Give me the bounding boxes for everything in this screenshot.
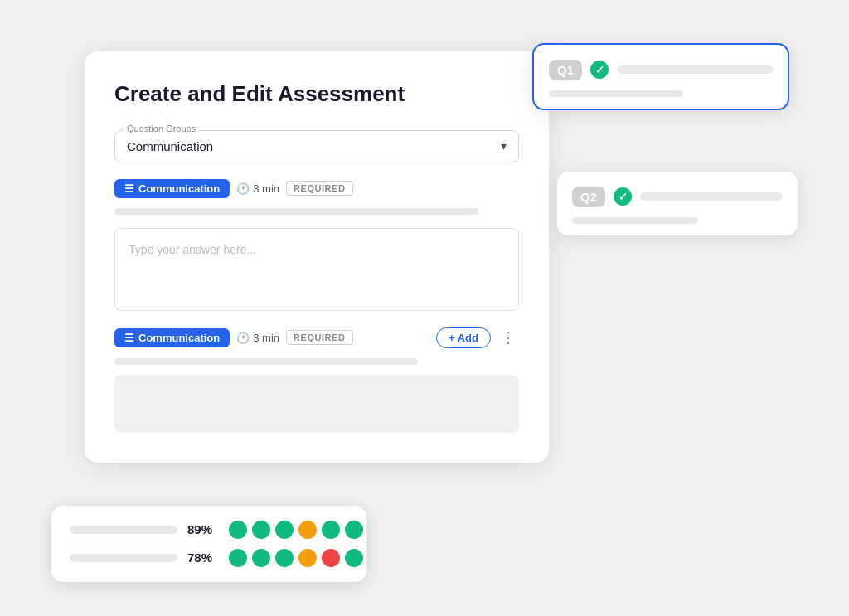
- question2-time-tag: 🕐 3 min: [236, 332, 279, 344]
- dot-2-1: [229, 549, 247, 567]
- q2-card: Q2 ✓: [557, 172, 798, 235]
- question1-time-tag: 🕐 3 min: [236, 182, 279, 195]
- dot-1-1: [229, 521, 247, 539]
- question2-block: ☰ Communication 🕐 3 min REQUIRED + Add ⋮: [114, 327, 519, 433]
- q1-card-row: Q1 ✓: [549, 60, 773, 80]
- question2-content-area: [114, 375, 519, 433]
- q1-line-short: [549, 90, 683, 97]
- dropdown-label: Question Groups: [124, 124, 199, 133]
- stats-row-2: 78%: [70, 549, 348, 567]
- dot-2-2: [252, 549, 270, 567]
- q2-card-row: Q2 ✓: [572, 187, 783, 207]
- answer-input-box[interactable]: Type your answer here...: [114, 228, 519, 311]
- dot-1-5: [322, 521, 340, 539]
- answer-placeholder: Type your answer here...: [129, 243, 256, 256]
- question-groups-dropdown[interactable]: Question Groups Communication ▾: [114, 130, 519, 162]
- chevron-down-icon: ▾: [501, 139, 507, 153]
- question1-meta-row: ☰ Communication 🕐 3 min REQUIRED: [114, 179, 519, 198]
- q2-label: Q2: [572, 187, 605, 207]
- question1-tag-label: Communication: [138, 182, 220, 195]
- add-button[interactable]: + Add: [436, 327, 491, 348]
- question2-tag-label: Communication: [138, 332, 220, 344]
- dot-2-4: [298, 549, 317, 567]
- dot-1-2: [252, 521, 270, 539]
- q2-line-long: [640, 192, 783, 201]
- dot-1-6: [345, 521, 363, 539]
- q1-label: Q1: [549, 60, 582, 80]
- stats-dots-2: [229, 549, 363, 567]
- more-options-icon[interactable]: ⋮: [497, 328, 519, 347]
- q1-check-icon: ✓: [590, 61, 609, 79]
- stats-dots-1: [229, 521, 363, 539]
- list-icon: ☰: [124, 182, 134, 195]
- dot-2-5: [322, 549, 340, 567]
- q1-card: Q1 ✓: [532, 43, 789, 110]
- stats-card: 89% 78%: [51, 506, 366, 582]
- question2-time-label: 3 min: [253, 332, 279, 344]
- question1-time-label: 3 min: [253, 182, 279, 195]
- dot-2-3: [275, 549, 294, 567]
- list-icon-2: ☰: [124, 332, 134, 344]
- q1-line-long: [617, 65, 773, 74]
- page-title: Create and Edit Assessment: [114, 81, 519, 107]
- q2-check-icon: ✓: [614, 187, 632, 206]
- clock-icon-2: 🕐: [236, 332, 250, 344]
- stats-percent-2: 78%: [187, 551, 219, 565]
- main-assessment-card: Create and Edit Assessment Question Grou…: [85, 51, 549, 463]
- dot-1-3: [275, 521, 294, 539]
- question2-required-tag: REQUIRED: [286, 330, 352, 345]
- question2-text-placeholder: [114, 358, 418, 365]
- q2-line-short: [572, 217, 698, 224]
- dot-1-4: [298, 521, 317, 539]
- question1-text-placeholder: [114, 208, 478, 215]
- clock-icon: 🕐: [236, 182, 250, 195]
- stats-row-1: 89%: [70, 521, 348, 539]
- stats-bar-1: [70, 526, 177, 534]
- stats-bar-2: [70, 554, 177, 562]
- dot-2-6: [345, 549, 363, 567]
- question2-communication-tag: ☰ Communication: [114, 328, 230, 347]
- question1-communication-tag: ☰ Communication: [114, 179, 230, 198]
- stats-percent-1: 89%: [187, 522, 219, 536]
- question2-meta-row: ☰ Communication 🕐 3 min REQUIRED + Add ⋮: [114, 327, 519, 348]
- dropdown-value: Communication: [127, 139, 213, 153]
- question1-required-tag: REQUIRED: [286, 181, 352, 196]
